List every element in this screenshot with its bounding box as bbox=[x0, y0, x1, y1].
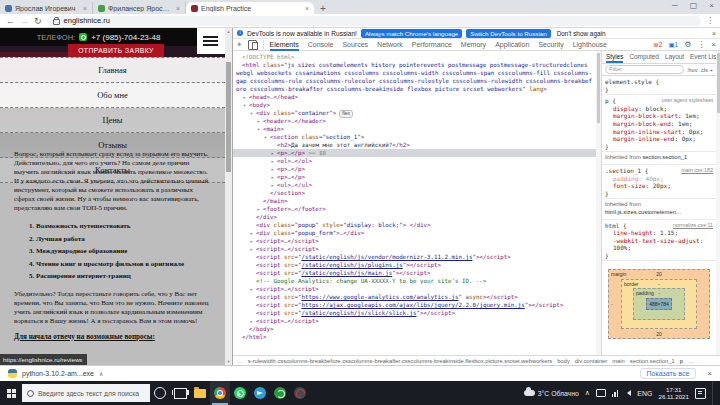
tab-close-icon[interactable]: × bbox=[305, 5, 309, 12]
dom-tree-line[interactable]: ▸<div class="popup_form">…</div> bbox=[233, 229, 596, 237]
breadcrumb-item[interactable]: … bbox=[688, 358, 694, 364]
sidebar-scrollbar[interactable] bbox=[716, 51, 720, 355]
close-icon[interactable]: × bbox=[709, 1, 714, 10]
dom-tree-line[interactable]: </html> bbox=[233, 333, 596, 341]
forward-icon[interactable]: → bbox=[20, 16, 29, 26]
dom-tree-line[interactable]: </main> bbox=[233, 197, 596, 205]
browser-tab[interactable]: Ярослав Игоревич× bbox=[0, 2, 93, 14]
dom-tree-line[interactable]: <script src="/static/english/js/vendor/m… bbox=[233, 253, 596, 261]
maximize-icon[interactable]: ▢ bbox=[690, 1, 698, 10]
dom-tree-line[interactable]: ▸<head>…</head> bbox=[233, 93, 596, 101]
devtools-tab-network[interactable]: Network bbox=[377, 39, 403, 51]
switch-russian-button[interactable]: Switch DevTools to Russian bbox=[466, 29, 550, 38]
dom-tree-line[interactable]: ▾<main> bbox=[233, 125, 596, 133]
action-center-icon[interactable] bbox=[695, 388, 706, 399]
devtools-menu-icon[interactable]: ⋮ bbox=[697, 41, 705, 49]
green-app-button[interactable] bbox=[270, 381, 290, 405]
page-scrollbar[interactable]: ▲ ▼ bbox=[225, 28, 232, 365]
refresh-icon[interactable]: ↻ bbox=[34, 16, 42, 26]
stylesheet-origin-link[interactable]: user agent stylesheet bbox=[662, 97, 713, 105]
dom-tree-line[interactable]: ▸<p>…</p> bbox=[233, 165, 596, 173]
display-icon[interactable] bbox=[596, 389, 606, 397]
dom-tree-line[interactable]: ▾<body> bbox=[233, 101, 596, 109]
network-icon[interactable] bbox=[612, 390, 619, 397]
scroll-up-icon[interactable]: ▲ bbox=[225, 28, 232, 35]
stylesheet-origin-link[interactable]: normalize.css:11 bbox=[673, 222, 713, 230]
style-toggles[interactable]: :hov .cls + bbox=[687, 67, 713, 73]
dom-tree-line[interactable]: ▾<div class="container">flex bbox=[233, 109, 596, 117]
dom-tree-line[interactable]: <h2>Да зачем мне этот английский?</h2> bbox=[233, 141, 596, 149]
show-desktop-button[interactable] bbox=[712, 381, 716, 405]
menu-item-1[interactable]: Главная bbox=[0, 57, 225, 83]
breadcrumb-item[interactable]: s-rulewidth.csscolumns-breakbefore.cssco… bbox=[248, 358, 552, 364]
device-toolbar-icon[interactable] bbox=[248, 40, 257, 50]
notification-close-icon[interactable]: × bbox=[712, 30, 716, 37]
dom-tree-line[interactable]: <!-- Google Analytics: change UA-XXXXX-Y… bbox=[233, 277, 596, 285]
taskbar-search[interactable]: Введите здесь текст для поиска bbox=[22, 384, 150, 402]
download-caret-icon[interactable]: ∧ bbox=[99, 370, 103, 377]
breadcrumb-item[interactable]: main bbox=[612, 358, 625, 364]
browser-tab[interactable]: English Practice× bbox=[186, 2, 314, 14]
dom-tree-line[interactable]: <div class="popup" style="display: block… bbox=[233, 221, 596, 229]
dom-tree-line[interactable]: ▸<script>…</script> bbox=[233, 245, 596, 253]
dom-tree-line[interactable]: <!DOCTYPE html> bbox=[233, 53, 596, 61]
devtools-tab-elements[interactable]: Elements bbox=[270, 39, 299, 51]
issues-badge[interactable]: ▣1 bbox=[668, 41, 678, 49]
dom-tree-line[interactable]: </div> bbox=[233, 213, 596, 221]
devtools-tab-application[interactable]: Application bbox=[495, 39, 529, 51]
dom-tree-line[interactable]: ▸<p>…</p> == $0 bbox=[233, 149, 596, 157]
css-rule[interactable]: element.style {} bbox=[602, 76, 716, 95]
misc-app-button[interactable] bbox=[290, 381, 310, 405]
error-badge[interactable]: ⊗2 bbox=[653, 41, 662, 49]
whatsapp-icon[interactable] bbox=[79, 33, 87, 41]
inherited-source-link[interactable]: html.js.sizes.customelemen… bbox=[605, 209, 682, 215]
devtools-tab-console[interactable]: Console bbox=[308, 39, 334, 51]
match-language-button[interactable]: Always match Chrome's language bbox=[361, 29, 462, 38]
whatsapp-button[interactable] bbox=[230, 381, 250, 405]
back-icon[interactable]: ← bbox=[6, 16, 15, 26]
dom-tree-line[interactable]: ▸<script>…</script> bbox=[233, 237, 596, 245]
browser-tab[interactable]: Фрилансер Ярослав Апрелков× bbox=[93, 2, 186, 14]
dom-tree-line[interactable]: <script src="https://ajax.googleapis.com… bbox=[233, 301, 596, 309]
inspect-element-icon[interactable]: ⌖ bbox=[237, 41, 242, 49]
dom-tree-line[interactable]: <html class="js sizes customelements his… bbox=[233, 61, 592, 93]
devtools-tab-memory[interactable]: Memory bbox=[461, 39, 486, 51]
breadcrumb-item[interactable]: p bbox=[680, 358, 683, 364]
tab-close-icon[interactable]: × bbox=[176, 5, 180, 12]
download-filename[interactable]: python-3.10.2-am...exe bbox=[22, 370, 94, 377]
devtools-tab-lighthouse[interactable]: Lighthouse bbox=[573, 39, 607, 51]
dom-tree-line[interactable]: ▸<script>…</script> bbox=[233, 317, 596, 325]
sidebar-tab-layout[interactable]: Layout bbox=[665, 51, 684, 63]
dom-tree-line[interactable]: ▾<section class="section_1"> bbox=[233, 133, 596, 141]
breadcrumb-item[interactable]: body bbox=[557, 358, 570, 364]
css-rule[interactable]: user agent stylesheetp {display: block;m… bbox=[602, 95, 716, 152]
devtools-tab-sources[interactable]: Sources bbox=[342, 39, 368, 51]
minimize-icon[interactable]: ─ bbox=[672, 1, 678, 10]
devtools-close-icon[interactable]: × bbox=[711, 41, 716, 49]
css-rule[interactable]: normalize.css:11html {line-height: 1.15;… bbox=[602, 220, 716, 262]
send-request-button[interactable]: ОТПРАВИТЬ ЗАЯВКУ bbox=[68, 44, 164, 57]
hamburger-icon[interactable] bbox=[203, 36, 218, 48]
language-indicator[interactable]: ENG bbox=[637, 390, 652, 397]
css-rule[interactable]: main.css:182.section_1 {padding: 40px;fo… bbox=[602, 165, 716, 199]
inherited-source-link[interactable]: section.section_1 bbox=[642, 154, 687, 160]
breadcrumb-item[interactable]: div.container bbox=[575, 358, 607, 364]
devtools-tab-security[interactable]: Security bbox=[538, 39, 563, 51]
tray-expand-icon[interactable]: ∧ bbox=[585, 389, 590, 397]
sidebar-tab-computed[interactable]: Computed bbox=[629, 51, 659, 63]
taskbar-clock[interactable]: 17:31 26.11.2021 bbox=[658, 386, 689, 400]
scroll-down-icon[interactable]: ▼ bbox=[225, 358, 232, 365]
telegram-button[interactable] bbox=[250, 381, 270, 405]
new-tab-button[interactable]: + bbox=[320, 4, 326, 14]
flex-badge[interactable]: flex bbox=[339, 110, 353, 118]
dom-tree-line[interactable]: ▸<ol>…</ol> bbox=[233, 157, 596, 165]
dom-tree-line[interactable]: </body> bbox=[233, 325, 596, 333]
file-explorer-button[interactable] bbox=[190, 381, 210, 405]
dom-tree-line[interactable]: ▸<script>…</script> bbox=[233, 285, 596, 293]
scroll-thumb[interactable] bbox=[226, 62, 231, 172]
browser-menu-icon[interactable]: ⋮ bbox=[706, 16, 714, 25]
volume-icon[interactable] bbox=[624, 390, 631, 396]
shelf-close-icon[interactable]: × bbox=[707, 369, 712, 378]
dom-tree-line[interactable]: <script src="https://www.google-analytic… bbox=[233, 293, 596, 301]
dom-tree-line[interactable]: </section> bbox=[233, 189, 596, 197]
